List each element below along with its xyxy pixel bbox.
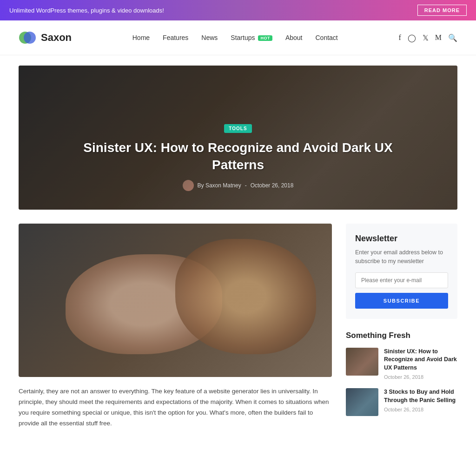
hero-section: TOOLS Sinister UX: How to Recognize and … xyxy=(19,66,457,210)
nav-home[interactable]: Home xyxy=(132,34,150,41)
hero-title: Sinister UX: How to Recognize and Avoid … xyxy=(56,139,420,173)
fresh-item-2: 3 Stocks to Buy and Hold Through the Pan… xyxy=(346,388,457,416)
header-social-icons: f ◯ 𝕏 M 🔍 xyxy=(398,33,457,42)
newsletter-description: Enter your email address below to subscr… xyxy=(355,248,448,266)
author-avatar xyxy=(183,180,194,191)
nav-news[interactable]: News xyxy=(201,34,218,41)
fresh-post-title-1[interactable]: Sinister UX: How to Recognize and Avoid … xyxy=(384,348,457,372)
newsletter-title: Newsletter xyxy=(355,234,448,244)
nav-about[interactable]: About xyxy=(285,34,303,41)
newsletter-subscribe-button[interactable]: SUBSCRIBE xyxy=(355,293,448,309)
svg-point-1 xyxy=(24,32,36,44)
medium-icon[interactable]: M xyxy=(435,33,442,42)
twitter-icon[interactable]: 𝕏 xyxy=(423,33,429,42)
fresh-thumb-2 xyxy=(346,388,378,416)
something-fresh-section: Something Fresh Sinister UX: How to Reco… xyxy=(346,331,457,416)
fresh-thumb-1 xyxy=(346,348,378,376)
facebook-icon[interactable]: f xyxy=(398,33,401,42)
article-body-text: Certainly, they are not an answer to eve… xyxy=(19,386,332,429)
fresh-date-1: October 26, 2018 xyxy=(384,374,457,380)
hero-content: TOOLS Sinister UX: How to Recognize and … xyxy=(19,110,457,210)
nav-contact[interactable]: Contact xyxy=(315,34,337,41)
sidebar: Newsletter Enter your email address belo… xyxy=(346,224,457,429)
logo-icon xyxy=(19,29,36,46)
hot-badge: HOT xyxy=(258,35,272,41)
newsletter-email-input[interactable] xyxy=(355,272,448,288)
hero-meta: By Saxon Matney - October 26, 2018 xyxy=(56,180,420,191)
search-icon[interactable]: 🔍 xyxy=(448,33,457,42)
article-area: Certainly, they are not an answer to eve… xyxy=(19,224,332,429)
hero-author: By Saxon Matney xyxy=(198,182,241,189)
hero-tag: TOOLS xyxy=(224,124,251,133)
banner-text: Unlimited WordPress themes, plugins & vi… xyxy=(9,7,164,14)
nav-startups[interactable]: Startups HOT xyxy=(231,34,272,41)
newsletter-box: Newsletter Enter your email address belo… xyxy=(346,224,457,319)
hero-date: October 26, 2018 xyxy=(251,182,294,189)
hero-separator: - xyxy=(245,182,247,189)
fresh-item-1: Sinister UX: How to Recognize and Avoid … xyxy=(346,348,457,380)
fresh-info-1: Sinister UX: How to Recognize and Avoid … xyxy=(384,348,457,380)
fresh-post-title-2[interactable]: 3 Stocks to Buy and Hold Through the Pan… xyxy=(384,388,457,404)
something-fresh-title: Something Fresh xyxy=(346,331,457,340)
instagram-icon[interactable]: ◯ xyxy=(408,33,416,42)
fresh-date-2: October 26, 2018 xyxy=(384,407,457,412)
main-content-area: Certainly, they are not an answer to eve… xyxy=(0,210,476,443)
nav-features[interactable]: Features xyxy=(163,34,188,41)
main-nav: Home Features News Startups HOT About Co… xyxy=(132,34,338,41)
article-image xyxy=(19,224,332,377)
fresh-info-2: 3 Stocks to Buy and Hold Through the Pan… xyxy=(384,388,457,416)
logo-text: Saxon xyxy=(41,32,72,44)
banner-read-more-button[interactable]: READ MORE xyxy=(417,5,467,16)
site-header: Saxon Home Features News Startups HOT Ab… xyxy=(0,20,476,55)
top-banner: Unlimited WordPress themes, plugins & vi… xyxy=(0,0,476,20)
logo-link[interactable]: Saxon xyxy=(19,29,72,46)
